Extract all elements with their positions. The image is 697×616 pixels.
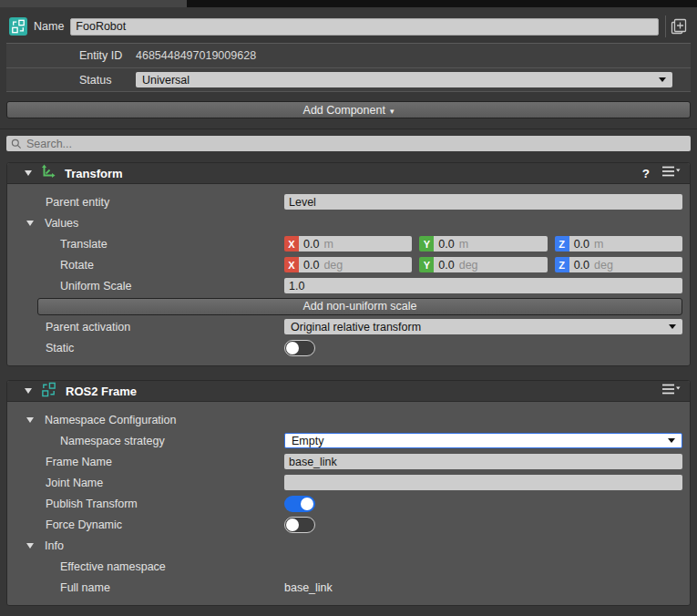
joint-name-input[interactable]: [284, 475, 682, 490]
translate-z-field[interactable]: Z 0.0m: [555, 236, 682, 252]
axis-x-chip: X: [284, 257, 299, 272]
static-label: Static: [46, 342, 74, 354]
component-menu-button[interactable]: [661, 383, 681, 399]
values-group-row: Values: [7, 212, 690, 233]
frame-name-label: Frame Name: [46, 456, 112, 468]
add-non-uniform-scale-button[interactable]: Add non-uniform scale: [37, 298, 682, 315]
static-toggle[interactable]: [284, 340, 315, 356]
parent-activation-value: Original relative transform: [291, 321, 421, 334]
force-dynamic-row: Force Dynamic: [7, 514, 690, 535]
rotate-x-unit: deg: [323, 259, 343, 272]
collapse-caret-icon[interactable]: [26, 417, 34, 423]
force-dynamic-label: Force Dynamic: [46, 518, 122, 531]
rotate-x-field[interactable]: X 0.0deg: [284, 257, 412, 272]
rotate-z-field[interactable]: Z 0.0deg: [555, 257, 682, 272]
add-component-label: Add Component: [303, 104, 385, 117]
full-name-value: base_link: [284, 581, 333, 594]
parent-activation-label: Parent activation: [46, 321, 130, 334]
chevron-down-icon: [659, 77, 666, 82]
publish-transform-toggle[interactable]: [284, 496, 315, 512]
rotate-x-value: 0.0: [303, 259, 319, 272]
transform-icon: [41, 164, 56, 182]
joint-name-label: Joint Name: [46, 477, 103, 489]
panel-tab[interactable]: [0, 0, 187, 7]
translate-row: Translate X 0.0m Y 0.0m Z 0.0m: [7, 233, 690, 254]
uniform-scale-input[interactable]: [284, 278, 682, 293]
static-row: Static: [7, 337, 690, 358]
parent-entity-input[interactable]: [284, 194, 682, 210]
status-label: Status: [79, 74, 136, 87]
parent-activation-dropdown[interactable]: Original relative transform: [284, 319, 682, 334]
transform-header[interactable]: Transform ?: [7, 163, 690, 184]
ros2-frame-header[interactable]: ROS2 Frame: [7, 381, 690, 402]
search-box[interactable]: [6, 136, 691, 151]
force-dynamic-toggle[interactable]: [284, 517, 315, 533]
frame-name-row: Frame Name: [7, 451, 690, 472]
translate-z-value: 0.0: [574, 238, 589, 251]
full-name-label: Full name: [60, 581, 110, 594]
collapse-caret-icon[interactable]: [26, 221, 34, 226]
rotate-label: Rotate: [60, 259, 94, 272]
ros2-frame-body: Namespace Configuration Namespace strate…: [7, 402, 690, 605]
entity-id-label: Entity ID: [79, 49, 136, 62]
uniform-scale-label: Uniform Scale: [60, 280, 132, 293]
translate-x-unit: m: [323, 238, 333, 251]
component-menu-button[interactable]: [661, 165, 681, 181]
publish-transform-label: Publish Transform: [46, 498, 138, 510]
transform-title: Transform: [65, 167, 123, 180]
parent-entity-row: Parent entity: [7, 191, 690, 212]
collapse-caret-icon[interactable]: [26, 543, 34, 549]
ros2-frame-icon: [41, 382, 56, 401]
pin-inspector-button[interactable]: [665, 15, 691, 37]
hamburger-menu-icon: [661, 165, 681, 178]
help-button[interactable]: ?: [642, 167, 650, 180]
name-row: Name: [6, 14, 691, 39]
namespace-strategy-value: Empty: [292, 435, 323, 447]
toggle-knob: [286, 342, 299, 354]
rotate-y-field[interactable]: Y 0.0deg: [419, 257, 547, 272]
add-component-button[interactable]: Add Component ▾: [6, 101, 691, 118]
collapse-caret-icon[interactable]: [25, 388, 32, 394]
inspector-content: Name Entity ID 4685448497019009628 Statu…: [0, 14, 697, 606]
rotate-y-unit: deg: [459, 259, 478, 272]
uniform-scale-row: Uniform Scale: [7, 275, 690, 296]
rotate-row: Rotate X 0.0deg Y 0.0deg Z 0.0deg: [7, 254, 690, 275]
namespace-configuration-row: Namespace Configuration: [7, 409, 690, 430]
namespace-strategy-dropdown[interactable]: Empty: [284, 433, 682, 448]
add-non-uniform-scale-label: Add non-uniform scale: [302, 300, 416, 313]
ros2-frame-component-card: ROS2 Frame: [6, 380, 691, 606]
axis-x-chip: X: [284, 236, 299, 252]
publish-transform-row: Publish Transform: [7, 493, 690, 514]
status-dropdown[interactable]: Universal: [136, 72, 672, 87]
translate-y-field[interactable]: Y 0.0m: [419, 236, 547, 252]
frame-name-input[interactable]: [284, 454, 682, 469]
name-label: Name: [34, 20, 64, 33]
divider: [0, 128, 697, 129]
pin-inspector-icon: [670, 18, 687, 36]
translate-y-unit: m: [459, 238, 468, 251]
toggle-knob: [301, 498, 313, 510]
translate-z-unit: m: [594, 238, 603, 251]
effective-namespace-row: Effective namespace: [7, 556, 690, 577]
axis-y-chip: Y: [419, 257, 434, 272]
toggle-knob: [286, 518, 299, 531]
name-input[interactable]: [70, 18, 659, 36]
non-uniform-scale-row: Add non-uniform scale: [7, 296, 690, 316]
panel-tab-strip: [0, 0, 697, 7]
axis-z-chip: Z: [555, 236, 569, 252]
transform-component-card: Transform ?: [6, 162, 691, 366]
namespace-strategy-row: Namespace strategy Empty: [7, 430, 690, 451]
full-name-row: Full name base_link: [7, 577, 690, 598]
translate-x-field[interactable]: X 0.0m: [284, 236, 412, 252]
status-dropdown-value: Universal: [142, 74, 190, 87]
ros2-frame-title: ROS2 Frame: [66, 385, 137, 398]
values-group-label: Values: [45, 217, 78, 230]
hamburger-menu-icon: [661, 383, 681, 395]
axis-y-chip: Y: [419, 236, 434, 252]
translate-label: Translate: [60, 238, 108, 251]
parent-entity-label: Parent entity: [46, 196, 109, 209]
search-input[interactable]: [26, 138, 686, 150]
axis-z-chip: Z: [555, 257, 569, 272]
entity-summary-card: Entity ID 4685448497019009628 Status Uni…: [6, 43, 691, 92]
collapse-caret-icon[interactable]: [25, 170, 32, 176]
